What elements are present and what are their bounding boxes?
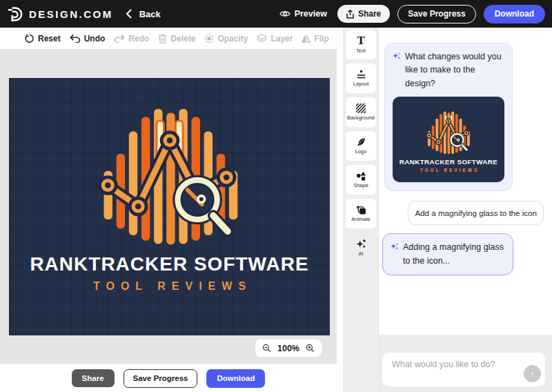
flip-label: Flip (314, 34, 328, 43)
footer-share-button[interactable]: Share (72, 369, 115, 387)
canvas-area: RANKTRACKER SOFTWARE TOOL REVIEWS 100% (0, 50, 337, 364)
background-icon (356, 104, 366, 113)
flip-button[interactable]: Flip (302, 34, 328, 43)
ai-message-2-text: Adding a magnifying glass to the icon... (403, 241, 506, 268)
chevron-left-icon (126, 9, 132, 19)
sparkle-icon (392, 52, 401, 61)
chat-input-area: ↑ (379, 335, 552, 392)
ai-message-1-text: What changes would you like to make to t… (405, 50, 505, 90)
eye-icon (279, 10, 290, 18)
design-canvas[interactable]: RANKTRACKER SOFTWARE TOOL REVIEWS (9, 78, 330, 335)
canvas-panel: Reset Undo Redo Delete Opacity (0, 28, 337, 392)
feather-icon (356, 137, 366, 147)
flip-icon (302, 34, 310, 43)
zoom-in-button[interactable] (306, 344, 315, 353)
sidebar-item-animate[interactable]: Animate (346, 199, 376, 228)
download-button[interactable]: Download (484, 5, 545, 23)
opacity-label: Opacity (217, 34, 248, 43)
opacity-icon (204, 34, 214, 43)
share-icon (346, 10, 354, 19)
ai-sparkle-icon (355, 239, 366, 249)
redo-button[interactable]: Redo (114, 34, 149, 43)
footer-download-button[interactable]: Download (206, 369, 265, 388)
user-message: Add a magnifying glass to the icon (408, 201, 544, 225)
preview-label: Preview (295, 9, 327, 19)
zoom-control: 100% (255, 340, 322, 357)
undo-button[interactable]: Undo (70, 34, 106, 43)
zoom-in-icon (306, 344, 315, 353)
footer-save-progress-button[interactable]: Save Progress (124, 369, 198, 388)
share-label: Share (358, 9, 381, 19)
redo-icon (114, 34, 125, 43)
delete-button[interactable]: Delete (158, 34, 195, 43)
undo-icon (70, 34, 81, 43)
ai-message-2: Adding a magnifying glass to the icon... (382, 233, 513, 275)
sidebar-item-logo[interactable]: Logo (346, 131, 376, 161)
zoom-out-icon (262, 344, 271, 353)
sidebar-label-animate: Animate (351, 216, 371, 222)
sidebar-label-ai: AI (358, 251, 363, 257)
panel-divider (337, 28, 344, 392)
delete-label: Delete (170, 34, 195, 43)
sparkle-icon (390, 242, 399, 251)
sidebar-item-layout[interactable]: Layout (346, 63, 376, 93)
ai-chat-panel: What changes would you like to make to t… (378, 28, 552, 392)
chat-input-box: ↑ (382, 353, 545, 386)
sidebar-item-text[interactable]: T Text (346, 30, 376, 59)
undo-label: Undo (84, 34, 106, 43)
design-com-logo-icon (7, 6, 23, 22)
opacity-button[interactable]: Opacity (204, 34, 248, 43)
design-editor-app: DESIGN.COM Back Preview Share Save Progr… (0, 0, 552, 392)
layer-button[interactable]: Layer (257, 34, 293, 43)
send-button[interactable]: ↑ (524, 365, 541, 382)
layer-label: Layer (270, 34, 293, 43)
zoom-level: 100% (277, 344, 299, 353)
reset-button[interactable]: Reset (25, 34, 61, 43)
tool-sidebar: T Text Layout Background Logo Shape A (344, 28, 378, 392)
preview-button[interactable]: Preview (279, 9, 327, 19)
animate-icon (356, 205, 366, 215)
brand[interactable]: DESIGN.COM (7, 6, 113, 22)
footer-download-label: Download (217, 374, 255, 382)
reset-icon (25, 34, 34, 43)
logo-preview-icon (426, 106, 471, 155)
ai-message-1: What changes would you like to make to t… (384, 43, 513, 191)
edit-toolbar: Reset Undo Redo Delete Opacity (0, 28, 337, 50)
redo-label: Redo (128, 34, 149, 43)
logo-icon (97, 92, 242, 249)
save-progress-button[interactable]: Save Progress (397, 5, 475, 23)
shape-icon (356, 171, 366, 181)
chat-messages[interactable]: What changes would you like to make to t… (379, 28, 552, 335)
sidebar-label-text: Text (356, 48, 366, 54)
sidebar-label-logo: Logo (355, 148, 367, 155)
brand-name: DESIGN.COM (29, 8, 113, 20)
send-arrow-icon: ↑ (530, 369, 535, 379)
footer-save-progress-label: Save Progress (133, 374, 188, 382)
zoom-out-button[interactable] (262, 344, 271, 353)
sidebar-item-background[interactable]: Background (346, 97, 376, 127)
chat-input[interactable] (392, 360, 518, 369)
sidebar-label-shape: Shape (353, 182, 368, 188)
logo-title: RANKTRACKER SOFTWARE (30, 253, 308, 275)
logo-preview-card[interactable]: RANKTRACKER SOFTWARE TOOL REVIEWS (393, 97, 504, 182)
share-button[interactable]: Share (337, 5, 390, 23)
logo-preview-title: RANKTRACKER SOFTWARE (400, 158, 497, 166)
back-button[interactable]: Back (126, 9, 161, 19)
layout-icon (356, 70, 366, 79)
logo-preview-subtitle: TOOL REVIEWS (418, 168, 480, 173)
sidebar-label-background: Background (347, 115, 375, 121)
top-header: DESIGN.COM Back Preview Share Save Progr… (0, 0, 552, 28)
footer-share-label: Share (82, 374, 104, 382)
sidebar-label-layout: Layout (353, 81, 369, 87)
sidebar-item-ai[interactable]: AI (346, 233, 376, 262)
canvas-footer: Share Save Progress Download (0, 364, 337, 392)
save-progress-label: Save Progress (408, 9, 465, 19)
sidebar-item-shape[interactable]: Shape (346, 165, 376, 195)
trash-icon (158, 34, 167, 43)
layer-icon (257, 34, 267, 43)
logo-subtitle: TOOL REVIEWS (87, 280, 252, 293)
download-label: Download (495, 9, 534, 19)
text-icon: T (357, 36, 364, 46)
back-label: Back (139, 9, 161, 19)
reset-label: Reset (38, 34, 61, 43)
